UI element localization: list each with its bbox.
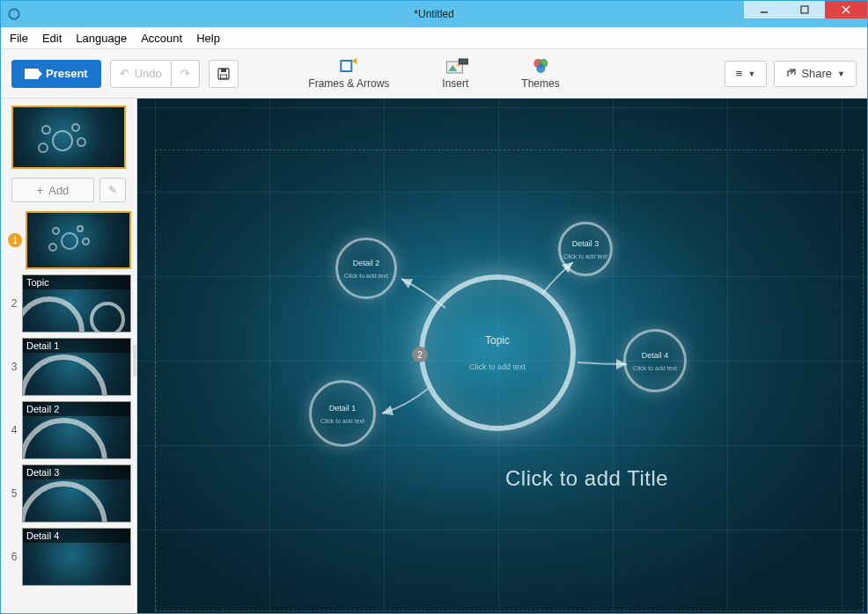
slide-label: Detail 4	[23, 529, 130, 543]
hamburger-icon: ≡	[736, 67, 743, 80]
detail-bubble-4[interactable]: Detail 4 Click to add text	[623, 329, 687, 392]
close-button[interactable]	[825, 1, 867, 18]
slide-thumbnail[interactable]	[26, 211, 131, 269]
slide-item-3[interactable]: 3 Detail 1	[1, 338, 131, 396]
present-button[interactable]: Present	[11, 60, 101, 88]
frames-arrows-tool[interactable]: Frames & Arrows	[308, 57, 389, 90]
titlebar: *Untitled	[1, 1, 867, 27]
svg-rect-12	[459, 59, 467, 64]
present-label: Present	[46, 67, 88, 80]
topic-bubble-main[interactable]: Topic Click to add text	[419, 274, 576, 431]
insert-tool[interactable]: Insert	[442, 57, 468, 90]
menu-file[interactable]: File	[10, 32, 28, 45]
menu-edit[interactable]: Edit	[42, 32, 62, 45]
insert-label: Insert	[442, 77, 468, 90]
window-title: *Untitled	[414, 8, 453, 20]
slide-number: 6	[6, 551, 22, 563]
present-icon	[25, 69, 39, 79]
slide-item-2[interactable]: 2 Topic	[1, 274, 131, 333]
minimize-button[interactable]	[744, 1, 784, 18]
redo-arrow-icon: ↷	[180, 67, 190, 80]
redo-button[interactable]: ↷	[172, 60, 200, 88]
detail-title[interactable]: Detail 1	[329, 404, 357, 413]
svg-rect-6	[221, 69, 226, 72]
themes-tool[interactable]: Themes	[521, 57, 559, 90]
svg-point-15	[536, 64, 545, 73]
slide-item-1[interactable]: 1	[1, 211, 131, 269]
slide-thumbnail[interactable]: Topic	[22, 274, 131, 333]
slide-number: 1	[8, 233, 22, 247]
slide-label: Detail 2	[23, 402, 130, 416]
slide-label: Detail 3	[23, 465, 130, 479]
slide-number: 4	[6, 424, 22, 436]
maximize-button[interactable]	[784, 1, 825, 18]
slide-item-4[interactable]: 4 Detail 2	[1, 401, 131, 459]
menu-account[interactable]: Account	[141, 32, 182, 45]
slide-number: 5	[6, 487, 22, 500]
detail-bubble-1[interactable]: Detail 1 Click to add text	[309, 380, 376, 447]
edit-path-button[interactable]: ✎	[99, 178, 126, 202]
frame-number-badge[interactable]: 2	[412, 347, 428, 362]
detail-subtitle[interactable]: Click to add text	[344, 273, 388, 279]
slide-number: 2	[6, 297, 22, 310]
themes-label: Themes	[521, 77, 559, 90]
insert-icon	[445, 57, 465, 75]
slide-item-6[interactable]: 6 Detail 4	[1, 528, 131, 586]
share-label: Share	[801, 67, 832, 80]
slide-number: 3	[6, 361, 22, 373]
detail-subtitle[interactable]: Click to add text	[563, 253, 607, 259]
share-button[interactable]: Share ▼	[774, 61, 857, 87]
chevron-down-icon: ▼	[837, 69, 845, 78]
slide-item-5[interactable]: 5 Detail 3	[1, 464, 131, 523]
detail-title[interactable]: Detail 4	[642, 351, 669, 360]
menu-language[interactable]: Language	[76, 32, 127, 45]
svg-rect-2	[801, 6, 808, 13]
svg-point-0	[9, 9, 18, 18]
app-icon	[1, 8, 27, 20]
undo-arrow-icon: ↶	[120, 67, 129, 80]
detail-subtitle[interactable]: Click to add text	[320, 418, 364, 424]
slide-thumbnail[interactable]: Detail 4	[22, 528, 131, 586]
svg-rect-8	[341, 61, 351, 71]
view-options-button[interactable]: ≡ ▼	[725, 61, 768, 87]
slide-label: Topic	[23, 275, 130, 289]
sidebar: + Add ✎ 1	[1, 99, 137, 613]
toolbar: Present ↶ Undo ↷ Frames & Arrows Insert	[1, 49, 867, 99]
menu-help[interactable]: Help	[196, 32, 220, 45]
topic-subtitle[interactable]: Click to add text	[469, 362, 526, 371]
detail-bubble-3[interactable]: Detail 3 Click to add text	[558, 222, 613, 276]
title-placeholder[interactable]: Click to add Title	[505, 466, 668, 491]
frames-label: Frames & Arrows	[308, 77, 389, 90]
add-slide-button[interactable]: + Add	[11, 178, 94, 202]
undo-label: Undo	[135, 67, 162, 80]
share-icon	[785, 69, 796, 79]
slide-label: Detail 1	[23, 339, 130, 353]
frames-icon	[339, 57, 358, 75]
chevron-down-icon: ▼	[747, 69, 755, 78]
detail-title[interactable]: Detail 3	[572, 239, 600, 248]
plus-icon: +	[37, 184, 44, 197]
pencil-icon: ✎	[108, 184, 117, 196]
slide-thumbnail[interactable]: Detail 1	[22, 338, 131, 396]
topic-title[interactable]: Topic	[485, 334, 510, 347]
undo-button[interactable]: ↶ Undo	[110, 60, 172, 88]
detail-subtitle[interactable]: Click to add text	[633, 365, 677, 371]
detail-bubble-2[interactable]: Detail 2 Click to add text	[335, 238, 397, 299]
themes-icon	[531, 57, 550, 75]
svg-rect-7	[220, 75, 226, 78]
menubar: File Edit Language Account Help	[1, 27, 867, 49]
canvas[interactable]: Topic Click to add text Detail 1 Click t…	[137, 99, 867, 613]
save-icon	[217, 68, 230, 80]
overview-thumbnail[interactable]	[11, 106, 126, 169]
slide-thumbnail[interactable]: Detail 3	[22, 464, 131, 523]
detail-title[interactable]: Detail 2	[353, 259, 380, 267]
slide-list[interactable]: 1 2 Topic	[1, 211, 136, 613]
add-label: Add	[48, 184, 69, 197]
save-button[interactable]	[209, 60, 239, 88]
slide-thumbnail[interactable]: Detail 2	[22, 401, 131, 459]
